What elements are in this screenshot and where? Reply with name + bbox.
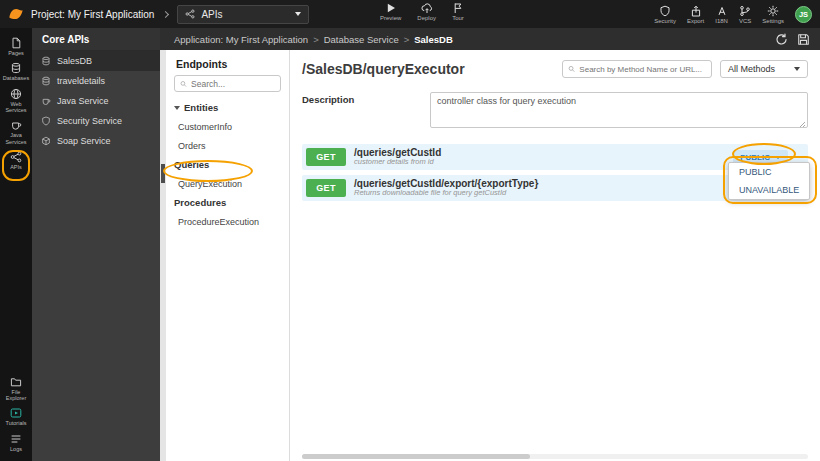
rail-label: File Explorer (0, 389, 32, 402)
tree-section-procedures[interactable]: Procedures (166, 193, 289, 212)
breadcrumb-separator: > (404, 34, 410, 45)
horizontal-scrollbar[interactable] (302, 454, 808, 459)
main-shell: Pages Databases Web Services Java Servic… (0, 28, 820, 461)
i18n-label: I18N (715, 18, 728, 24)
tree-section-label: Queries (174, 159, 209, 170)
sidebar-item-file-explorer[interactable]: File Explorer (0, 373, 32, 405)
user-avatar[interactable]: JS (795, 6, 812, 23)
tree-section-queries[interactable]: Queries (166, 155, 289, 174)
service-item-java-service[interactable]: Java Service (32, 91, 160, 111)
tour-flag-icon (452, 2, 464, 14)
sidebar-item-pages[interactable]: Pages (0, 34, 32, 59)
api-subtitle: customer details from id (354, 158, 441, 167)
description-textarea[interactable]: controller class for query execution (430, 92, 808, 128)
security-button[interactable]: Security (654, 5, 676, 24)
api-row-texts: /queries/getCustId customer details from… (354, 147, 441, 167)
coffee-icon (41, 96, 51, 106)
settings-label: Settings (762, 18, 784, 24)
sidebar-item-databases[interactable]: Databases (0, 59, 32, 84)
service-item-traveldetails[interactable]: traveldetails (32, 71, 160, 91)
api-row-texts: /queries/getCustId/export/{exportType} R… (354, 178, 538, 198)
breadcrumb-current: SalesDB (414, 34, 453, 45)
tree-section-label: Procedures (174, 197, 226, 208)
api-icon (185, 9, 195, 19)
content-row: Endpoints Entities CustomerInfo Orders Q… (160, 50, 820, 461)
endpoints-panel: Endpoints Entities CustomerInfo Orders Q… (166, 50, 290, 461)
breadcrumb-separator: > (313, 34, 319, 45)
service-item-soap-service[interactable]: Soap Service (32, 131, 160, 151)
tree-item-procedureexecution[interactable]: ProcedureExecution (166, 212, 289, 231)
menu-item-unavailable[interactable]: UNAVAILABLE (729, 181, 809, 199)
description-section: Description controller class for query e… (302, 92, 808, 132)
caret-down-icon (174, 106, 180, 110)
workspace-dropdown[interactable]: APIs (177, 5, 309, 24)
project-title: Project: My First Application (31, 9, 154, 20)
tree-item-orders[interactable]: Orders (166, 136, 289, 155)
sidebar-item-logs[interactable]: Logs (0, 430, 32, 455)
refresh-icon[interactable] (775, 33, 788, 46)
sidebar-item-apis[interactable]: APIs (0, 148, 32, 173)
methods-filter-label: All Methods (728, 64, 775, 74)
tour-button[interactable]: Tour (452, 2, 464, 21)
description-label: Description (302, 92, 430, 132)
menu-item-public[interactable]: PUBLIC (729, 163, 809, 181)
i18n-button[interactable]: I18N (715, 5, 728, 24)
panel-scrollbar[interactable] (160, 50, 166, 461)
service-item-salesdb[interactable]: SalesDB (32, 51, 160, 71)
export-button[interactable]: Export (687, 5, 704, 24)
left-nav-rail: Pages Databases Web Services Java Servic… (0, 28, 32, 461)
service-label: Soap Service (57, 136, 111, 146)
search-icon (568, 65, 575, 73)
wavemaker-logo-icon[interactable] (8, 6, 24, 22)
endpoints-search-input[interactable] (191, 79, 275, 89)
panel-scrollbar-thumb[interactable] (161, 164, 165, 183)
search-icon (180, 80, 187, 88)
deploy-icon (421, 2, 433, 14)
tree-item-customerinfo[interactable]: CustomerInfo (166, 117, 289, 136)
rail-label: Java Services (0, 132, 32, 145)
tree-section-entities[interactable]: Entities (166, 98, 289, 117)
rail-label: Databases (2, 75, 30, 81)
cube-icon (41, 136, 51, 146)
sidebar-item-java-services[interactable]: Java Services (0, 116, 32, 148)
method-badge-get: GET (306, 179, 346, 197)
header-controls: All Methods (562, 60, 808, 78)
page-title: /SalesDB/queryExecutor (302, 61, 465, 77)
topbar-center-actions: Preview Deploy Tour (380, 2, 464, 21)
export-icon (690, 5, 702, 17)
chevron-right-icon (162, 10, 169, 17)
sidebar-item-tutorials[interactable]: Tutorials (0, 404, 32, 429)
service-item-security-service[interactable]: Security Service (32, 111, 160, 131)
horizontal-scrollbar-thumb[interactable] (302, 454, 530, 459)
endpoints-search[interactable] (174, 75, 281, 92)
vcs-button[interactable]: VCS (739, 5, 751, 24)
settings-button[interactable]: Settings (762, 5, 784, 24)
save-icon[interactable] (797, 33, 810, 46)
shield-icon (41, 116, 51, 126)
preview-button[interactable]: Preview (380, 2, 401, 21)
globe-icon (10, 88, 22, 100)
method-search-input[interactable] (579, 65, 706, 74)
access-dropdown-menu: PUBLIC UNAVAILABLE (728, 162, 810, 200)
tutorial-video-icon (10, 407, 22, 419)
methods-filter-dropdown[interactable]: All Methods (720, 60, 808, 78)
breadcrumb-part[interactable]: Application: My First Application (174, 34, 308, 45)
service-label: traveldetails (57, 76, 105, 86)
breadcrumb-actions (775, 33, 810, 46)
sidebar-item-web-services[interactable]: Web Services (0, 85, 32, 117)
resize-handle-icon[interactable] (799, 121, 806, 128)
main-header: /SalesDB/queryExecutor All Methods (302, 60, 808, 78)
deploy-button[interactable]: Deploy (417, 2, 436, 21)
method-search[interactable] (562, 60, 712, 78)
services-panel-title: Core APIs (32, 28, 160, 51)
api-icon (10, 151, 22, 163)
breadcrumb-part[interactable]: Database Service (324, 34, 399, 45)
tree-item-queryexecution[interactable]: QueryExecution (166, 174, 289, 193)
topbar-right-tools: Security Export I18N VCS Settings JS (654, 5, 812, 24)
i18n-icon (716, 5, 728, 17)
service-label: Security Service (57, 116, 122, 126)
logs-icon (10, 433, 22, 445)
branch-icon (739, 5, 751, 17)
folder-icon (10, 376, 22, 388)
endpoints-panel-title: Endpoints (166, 50, 289, 75)
